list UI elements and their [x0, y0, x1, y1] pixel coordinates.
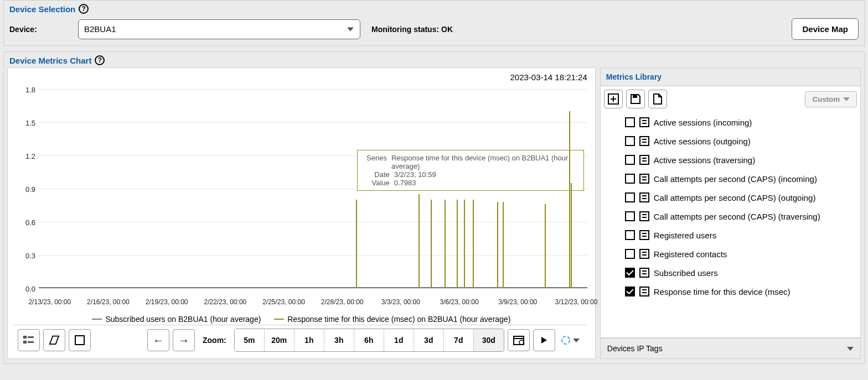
arrow-right-icon: → [178, 334, 189, 347]
chart-spike [356, 200, 357, 288]
device-selection-title: Device Selection ? [4, 1, 94, 16]
chart-card: 2023-03-14 18:21:24 0.00.30.60.91.21.51.… [7, 67, 596, 359]
zoom-button-20m[interactable]: 20m [265, 329, 294, 351]
document-icon[interactable] [639, 230, 649, 240]
chart-spike [569, 111, 570, 288]
chart-plot[interactable]: 0.00.30.60.91.21.51.8 2/13/23, 00:002/16… [39, 89, 587, 288]
checkbox-button[interactable] [69, 329, 91, 351]
zoom-button-7d[interactable]: 7d [444, 329, 474, 351]
file-icon [653, 93, 662, 105]
x-axis-label: 2/22/23, 00:00 [204, 298, 246, 306]
metric-checkbox[interactable] [625, 192, 635, 202]
new-file-button[interactable] [648, 90, 667, 108]
nav-next-button[interactable]: → [173, 329, 195, 351]
grid-line: 1.8 [39, 89, 587, 90]
metrics-library-toolbar: Custom [604, 90, 857, 108]
device-select[interactable]: B2BUA1 [78, 19, 360, 39]
chart-legend: Subscribed users on B2BUA1 (hour average… [13, 303, 590, 325]
metric-checkbox[interactable] [625, 249, 635, 259]
document-icon[interactable] [639, 249, 649, 259]
devices-ip-tags-toggle[interactable]: Devices IP Tags [600, 338, 861, 359]
x-axis-label: 3/12/23, 00:00 [555, 298, 598, 306]
metric-checkbox[interactable] [625, 287, 635, 296]
zoom-button-3h[interactable]: 3h [324, 329, 354, 351]
chart-spike [445, 200, 446, 288]
document-icon[interactable] [639, 192, 649, 202]
zoom-button-3d[interactable]: 3d [414, 329, 444, 351]
chart-timestamp: 2023-03-14 18:21:24 [510, 72, 587, 82]
metric-label: Active sessions (incoming) [654, 118, 752, 127]
clear-button[interactable] [43, 329, 65, 351]
metric-label: Registered users [654, 231, 716, 240]
device-select-wrapper: B2BUA1 [78, 19, 360, 39]
device-map-button[interactable]: Device Map [792, 18, 859, 40]
chart-spike [503, 202, 504, 288]
add-panel-icon [608, 93, 619, 105]
help-icon[interactable]: ? [79, 4, 89, 14]
metrics-library-title: Metrics Library [600, 67, 861, 86]
grid-line: 0.3 [39, 255, 587, 256]
metrics-list-item: Active sessions (traversing) [625, 150, 857, 169]
x-axis-label: 3/9/23, 00:00 [498, 298, 537, 306]
nav-prev-button[interactable]: ← [147, 329, 169, 351]
y-axis-label: 0.6 [17, 218, 39, 227]
metric-checkbox[interactable] [625, 174, 635, 184]
document-icon[interactable] [639, 136, 649, 146]
metrics-list-item: Subscribed users [625, 263, 857, 282]
calendar-button[interactable] [508, 329, 530, 351]
x-axis-label: 2/16/23, 00:00 [87, 298, 130, 306]
metric-label: Active sessions (outgoing) [654, 137, 751, 146]
x-axis-label: 2/19/23, 00:00 [146, 298, 188, 306]
refresh-dropdown-button[interactable] [559, 329, 582, 351]
zoom-button-6h[interactable]: 6h [354, 329, 384, 351]
zoom-button-1h[interactable]: 1h [294, 329, 324, 351]
metrics-library-body: Custom Active sessions (incoming)Active … [600, 86, 861, 338]
x-axis-label: 2/25/23, 00:00 [262, 298, 305, 306]
legend-swatch-icon [92, 319, 102, 320]
document-icon[interactable] [639, 174, 649, 184]
legend-item[interactable]: Response time for this device (msec) on … [274, 315, 510, 324]
document-icon[interactable] [639, 268, 649, 278]
metric-checkbox[interactable] [625, 230, 635, 240]
legend-item[interactable]: Subscribed users on B2BUA1 (hour average… [92, 315, 261, 324]
chart-spike [497, 202, 498, 288]
chevron-down-icon [843, 97, 850, 101]
metric-checkbox[interactable] [625, 155, 635, 165]
metric-label: Call attempts per second (CAPS) (incomin… [654, 174, 817, 184]
x-axis-label: 3/3/23, 00:00 [381, 298, 420, 306]
metric-label: Call attempts per second (CAPS) (outgoin… [654, 193, 816, 202]
metrics-library: Metrics Library Custom [600, 67, 861, 359]
chevron-down-icon [573, 339, 580, 342]
chart-spike [457, 200, 458, 288]
chart-tooltip: SeriesResponse time for this device (mse… [357, 150, 584, 191]
save-button[interactable] [626, 90, 645, 108]
svg-marker-9 [541, 337, 547, 343]
zoom-button-30d[interactable]: 30d [474, 329, 504, 351]
metric-label: Active sessions (traversing) [654, 155, 755, 165]
zoom-button-5m[interactable]: 5m [235, 329, 265, 351]
metric-label: Call attempts per second (CAPS) (travers… [654, 212, 820, 221]
metric-checkbox[interactable] [625, 136, 635, 146]
x-axis-label: 2/13/23, 00:00 [28, 298, 71, 306]
zoom-button-1d[interactable]: 1d [384, 329, 414, 351]
arrow-left-icon: ← [153, 334, 164, 347]
metrics-list-item: Active sessions (outgoing) [625, 132, 857, 150]
help-icon[interactable]: ? [95, 55, 105, 65]
metric-checkbox[interactable] [625, 211, 635, 221]
play-button[interactable] [533, 329, 555, 351]
custom-dropdown-button[interactable]: Custom [805, 91, 857, 107]
add-metric-button[interactable] [604, 90, 623, 108]
document-icon[interactable] [639, 155, 649, 165]
document-icon[interactable] [639, 211, 649, 221]
legend-toggle-button[interactable] [18, 329, 40, 351]
list-icon [23, 335, 34, 346]
metric-checkbox[interactable] [625, 268, 635, 278]
chart-spike [431, 200, 432, 288]
metric-checkbox[interactable] [625, 117, 635, 127]
device-row: Device: B2BUA1 Monitoring status: OK Dev… [4, 16, 864, 45]
document-icon[interactable] [639, 287, 649, 296]
y-axis-label: 1.8 [17, 86, 39, 94]
chart-spike [571, 183, 572, 288]
document-icon[interactable] [639, 117, 649, 127]
metrics-list: Active sessions (incoming)Active session… [604, 111, 857, 301]
